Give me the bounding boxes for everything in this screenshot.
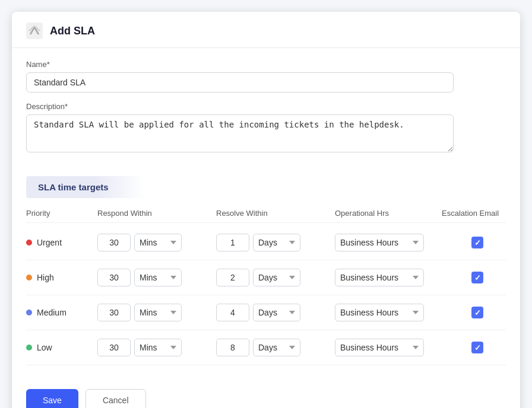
description-input[interactable]: Standard SLA will be applied for all the… [26, 114, 454, 152]
table-row: Low MinsHoursDays MinsHoursDays Business… [26, 330, 506, 365]
escalation-cell-medium: ✓ [442, 307, 513, 318]
resolve-cell-medium: MinsHoursDays [216, 304, 335, 321]
escalation-cell-urgent: ✓ [442, 237, 513, 248]
respond-value-input[interactable] [97, 339, 131, 356]
resolve-unit-select[interactable]: MinsHoursDays [253, 304, 300, 321]
description-label: Description* [26, 102, 506, 111]
footer-buttons: Save Cancel [12, 377, 520, 408]
priority-dot-high [26, 275, 32, 280]
add-sla-modal: Add SLA Name* Description* Standard SLA … [12, 12, 520, 408]
table-row: Medium MinsHoursDays MinsHoursDays Busin… [26, 295, 506, 330]
ops-select[interactable]: Business HoursCalendar HoursCustom Hours [335, 304, 424, 321]
priority-label-urgent: Urgent [37, 238, 62, 247]
table-row: High MinsHoursDays MinsHoursDays Busines… [26, 260, 506, 295]
description-group: Description* Standard SLA will be applie… [26, 102, 506, 155]
col-ops: Operational Hrs [335, 209, 442, 218]
ops-select[interactable]: Business HoursCalendar HoursCustom Hours [335, 339, 424, 356]
resolve-cell-high: MinsHoursDays [216, 269, 335, 286]
respond-unit-select[interactable]: MinsHoursDays [134, 339, 182, 356]
priority-cell-high: High [26, 273, 97, 282]
col-resolve: Resolve Within [216, 209, 335, 218]
col-priority: Priority [26, 209, 97, 218]
modal-header: Add SLA [12, 12, 520, 48]
col-respond: Respond Within [97, 209, 216, 218]
app-logo-icon [26, 23, 43, 39]
col-escalation: Escalation Email [442, 209, 513, 218]
ops-select[interactable]: Business HoursCalendar HoursCustom Hours [335, 234, 424, 251]
priority-dot-low [26, 345, 32, 350]
respond-cell-medium: MinsHoursDays [97, 304, 216, 321]
respond-value-input[interactable] [97, 269, 131, 286]
resolve-unit-select[interactable]: MinsHoursDays [253, 234, 300, 251]
sla-section-title: SLA time targets [26, 176, 145, 198]
respond-cell-urgent: MinsHoursDays [97, 234, 216, 251]
name-label: Name* [26, 60, 506, 69]
ops-select[interactable]: Business HoursCalendar HoursCustom Hours [335, 269, 424, 286]
escalation-cell-low: ✓ [442, 342, 513, 353]
cancel-button[interactable]: Cancel [86, 389, 146, 408]
resolve-unit-select[interactable]: MinsHoursDays [253, 269, 300, 286]
priority-label-low: Low [37, 343, 52, 352]
ops-cell-urgent: Business HoursCalendar HoursCustom Hours [335, 234, 442, 251]
checkmark-icon: ✓ [474, 308, 481, 317]
respond-unit-select[interactable]: MinsHoursDays [134, 269, 182, 286]
checkmark-icon: ✓ [474, 238, 481, 247]
escalation-checkbox[interactable]: ✓ [471, 342, 483, 353]
escalation-checkbox[interactable]: ✓ [471, 237, 483, 248]
table-row: Urgent MinsHoursDays MinsHoursDays Busin… [26, 225, 506, 260]
priority-label-high: High [37, 273, 54, 282]
modal-title: Add SLA [50, 25, 95, 37]
respond-cell-high: MinsHoursDays [97, 269, 216, 286]
name-group: Name* [26, 60, 506, 93]
ops-cell-low: Business HoursCalendar HoursCustom Hours [335, 339, 442, 356]
save-button[interactable]: Save [26, 389, 78, 408]
resolve-cell-low: MinsHoursDays [216, 339, 335, 356]
escalation-checkbox[interactable]: ✓ [471, 307, 483, 318]
priority-label-medium: Medium [37, 308, 66, 317]
resolve-cell-urgent: MinsHoursDays [216, 234, 335, 251]
respond-cell-low: MinsHoursDays [97, 339, 216, 356]
sla-rows-container: Urgent MinsHoursDays MinsHoursDays Busin… [26, 225, 506, 365]
checkmark-icon: ✓ [474, 343, 481, 352]
sla-table: Priority Respond Within Resolve Within O… [26, 206, 506, 365]
svg-rect-0 [26, 23, 43, 39]
escalation-checkbox[interactable]: ✓ [471, 272, 483, 283]
ops-cell-medium: Business HoursCalendar HoursCustom Hours [335, 304, 442, 321]
sla-targets-section: SLA time targets Priority Respond Within… [26, 164, 506, 365]
name-input[interactable] [26, 72, 454, 93]
escalation-cell-high: ✓ [442, 272, 513, 283]
resolve-unit-select[interactable]: MinsHoursDays [253, 339, 300, 356]
respond-unit-select[interactable]: MinsHoursDays [134, 304, 182, 321]
resolve-value-input[interactable] [216, 234, 249, 251]
ops-cell-high: Business HoursCalendar HoursCustom Hours [335, 269, 442, 286]
resolve-value-input[interactable] [216, 339, 249, 356]
modal-body: Name* Description* Standard SLA will be … [12, 48, 520, 377]
resolve-value-input[interactable] [216, 269, 249, 286]
resolve-value-input[interactable] [216, 304, 249, 321]
priority-cell-medium: Medium [26, 308, 97, 317]
respond-value-input[interactable] [97, 234, 131, 251]
priority-dot-urgent [26, 240, 32, 246]
priority-cell-urgent: Urgent [26, 238, 97, 247]
checkmark-icon: ✓ [474, 273, 481, 282]
respond-value-input[interactable] [97, 304, 131, 321]
respond-unit-select[interactable]: MinsHoursDays [134, 234, 182, 251]
priority-dot-medium [26, 310, 32, 315]
priority-cell-low: Low [26, 343, 97, 352]
sla-table-header: Priority Respond Within Resolve Within O… [26, 206, 506, 223]
